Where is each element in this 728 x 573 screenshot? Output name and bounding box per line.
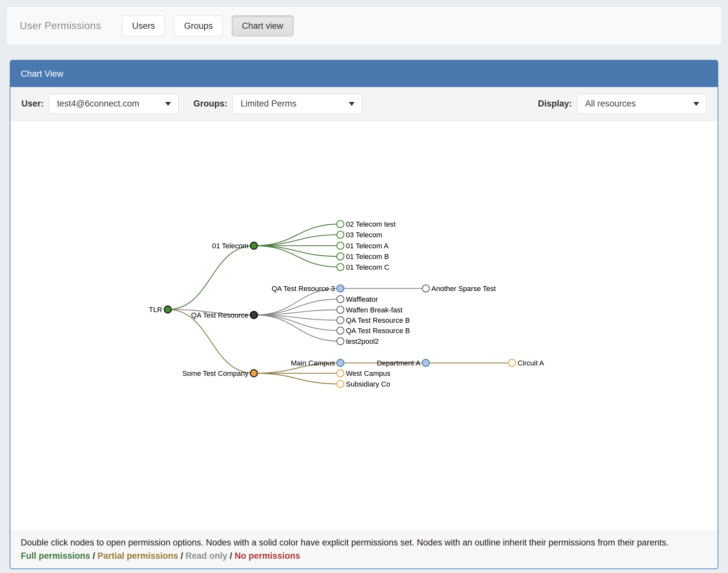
tree-node-label: Department A xyxy=(377,359,420,367)
tab-chart-view[interactable]: Chart view xyxy=(232,15,293,36)
page-title: User Permissions xyxy=(20,20,101,32)
tree-node-waffl[interactable] xyxy=(337,296,344,303)
permissions-legend: Full permissions / Partial permissions /… xyxy=(21,551,707,561)
tree-node-label: Main Campus xyxy=(291,359,335,367)
groups-select[interactable]: Limited Perms xyxy=(233,94,362,114)
legend-separator: / xyxy=(181,551,186,561)
tree-node-label: Subsidiary Co xyxy=(346,380,390,388)
tree-node-circa[interactable] xyxy=(508,359,516,366)
tree-node-label: Another Sparse Test xyxy=(431,284,496,293)
page-header: User Permissions Users Groups Chart view xyxy=(6,6,722,45)
tree-node-label: test2pool2 xyxy=(346,337,379,346)
caret-down-icon xyxy=(349,102,355,106)
legend-partial-permissions: Partial permissions xyxy=(97,551,178,561)
caret-down-icon xyxy=(165,102,171,106)
tree-node-qab1[interactable] xyxy=(337,317,344,324)
tree-node-qab2[interactable] xyxy=(337,327,344,334)
tree-node-depta[interactable] xyxy=(422,359,429,366)
chart-canvas: TLR01 TelecomQA Test ResourceSome Test C… xyxy=(10,121,718,531)
tree-link xyxy=(254,373,340,384)
legend-separator: / xyxy=(93,551,97,561)
panel-header: Chart View xyxy=(10,60,718,87)
tab-groups[interactable]: Groups xyxy=(174,15,223,36)
tree-node-stc[interactable] xyxy=(250,370,257,377)
groups-label: Groups: xyxy=(193,99,227,109)
controls-bar: User: test4@6connect.com Groups: Limited… xyxy=(10,87,718,121)
tree-link xyxy=(254,315,340,341)
tree-node-label: 01 Telecom C xyxy=(346,263,389,271)
tree-node-tel01[interactable] xyxy=(250,242,257,249)
tree-node-label: Waffleator xyxy=(346,295,378,303)
tree-node-label: QA Test Resource B xyxy=(346,316,410,324)
tree-node-label: QA Test Resource 3 xyxy=(272,284,335,293)
permissions-tree: TLR01 TelecomQA Test ResourceSome Test C… xyxy=(10,121,718,531)
legend-full-permissions: Full permissions xyxy=(21,551,90,561)
tree-node-label: 03 Telecom xyxy=(346,231,382,239)
tree-node-t2p2[interactable] xyxy=(337,337,344,345)
legend-no-permissions: No permissions xyxy=(235,551,300,561)
caret-down-icon xyxy=(693,102,699,106)
tree-node-ast[interactable] xyxy=(422,285,429,292)
legend-separator: / xyxy=(230,551,235,561)
tree-node-label: Some Test Company xyxy=(182,369,248,377)
panel-title: Chart View xyxy=(21,69,63,79)
user-select-value: test4@6connect.com xyxy=(57,99,139,109)
footer-instructions: Double click nodes to open permission op… xyxy=(21,536,707,549)
tree-link xyxy=(254,235,340,246)
tree-node-westc[interactable] xyxy=(337,370,344,377)
tree-node-label: 01 Telecom xyxy=(212,242,248,250)
chart-view-panel: Chart View User: test4@6connect.com Grou… xyxy=(10,60,718,569)
tree-link xyxy=(254,246,340,256)
tree-node-qa3[interactable] xyxy=(337,285,344,292)
tree-node-label: Circuit A xyxy=(518,359,544,367)
tree-node-label: 01 Telecom B xyxy=(346,253,389,261)
groups-select-value: Limited Perms xyxy=(241,99,297,109)
tree-node-label: QA Test Resource xyxy=(191,311,248,319)
tree-node-tlr[interactable] xyxy=(164,306,171,313)
tree-node-t02[interactable] xyxy=(337,220,344,227)
display-select-value: All resources xyxy=(585,99,636,109)
tree-node-subco[interactable] xyxy=(337,380,344,387)
tree-node-label: TLR xyxy=(149,306,162,314)
tree-node-waffen[interactable] xyxy=(337,306,344,313)
tree-node-label: Waffen Break-fast xyxy=(346,306,402,314)
tree-node-label: QA Test Resource B xyxy=(346,327,410,335)
legend-read-only: Read only xyxy=(186,551,227,561)
tree-node-tb[interactable] xyxy=(337,253,344,260)
tree-link xyxy=(168,246,254,310)
tree-node-qatr[interactable] xyxy=(250,311,257,319)
user-select[interactable]: test4@6connect.com xyxy=(49,94,179,114)
display-label: Display: xyxy=(538,99,572,109)
tree-node-t03[interactable] xyxy=(337,231,344,238)
panel-footer: Double click nodes to open permission op… xyxy=(10,531,718,568)
tab-users[interactable]: Users xyxy=(122,15,165,36)
tree-node-label: 02 Telecom test xyxy=(346,220,396,228)
tree-node-tc[interactable] xyxy=(337,263,344,271)
tree-node-label: 01 Telecom A xyxy=(346,242,389,250)
tree-node-label: West Campus xyxy=(346,369,391,377)
display-select[interactable]: All resources xyxy=(577,94,707,114)
user-label: User: xyxy=(21,99,44,109)
tree-node-ta[interactable] xyxy=(337,242,344,249)
tree-node-mainc[interactable] xyxy=(337,359,344,366)
